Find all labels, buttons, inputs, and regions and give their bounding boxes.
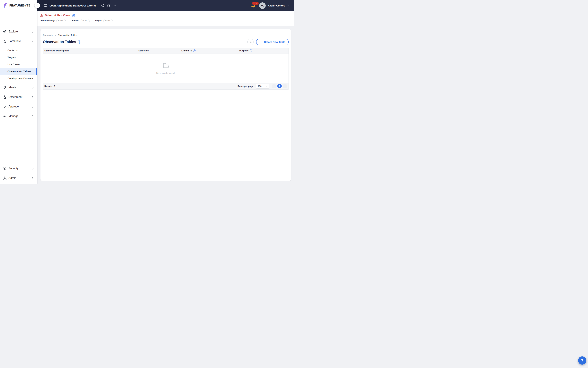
sidebar-item-experiment[interactable]: Experiment: [0, 93, 37, 101]
project-title: Loan Applications Dataset UI tutorial: [50, 4, 96, 7]
app-root: FEATUREBYTE ExploreFormulateContextsTarg…: [0, 0, 294, 184]
content-area: Formulate > Observation Tables Observati…: [37, 26, 294, 184]
sidebar-item-targets[interactable]: Targets: [0, 54, 37, 61]
settings-button[interactable]: [107, 4, 110, 8]
topbar-right: 999+ XC Xavier Conort: [251, 2, 294, 9]
featurebyte-logo: FEATUREBYTE: [0, 0, 37, 11]
sidebar-subitem-label: Contexts: [8, 49, 18, 52]
share-icon: [100, 4, 104, 8]
monitor-icon: [44, 4, 47, 8]
chevron-down-icon: [287, 4, 290, 7]
rows-per-page-value: 100: [258, 85, 266, 87]
sidebar-item-label: Security: [9, 167, 18, 170]
telescope-icon: [3, 30, 7, 34]
chevron-right-icon: [32, 167, 34, 170]
check-icon: [3, 105, 7, 109]
sidebar-sublist-formulate: ContextsTargetsUse CasesObservation Tabl…: [0, 47, 37, 82]
notification-badge: 999+: [252, 2, 259, 5]
sidebar-item-security[interactable]: Security: [0, 165, 37, 172]
search-icon: [249, 41, 252, 43]
folder-open-icon: [161, 62, 170, 70]
avatar[interactable]: XC: [259, 2, 266, 9]
share-button[interactable]: [100, 4, 104, 8]
sidebar-item-label: Manage: [9, 115, 18, 118]
table-footer: Results: 0 Rows per page: 100: [43, 83, 289, 89]
column-header-label: Purpose: [239, 49, 249, 52]
field-label: Target:: [95, 19, 102, 22]
none-badge: NONE: [103, 19, 113, 22]
chevron-right-icon: [32, 105, 34, 108]
sidebar-item-ideate[interactable]: Ideate: [0, 83, 37, 92]
project-section: Loan Applications Dataset UI tutorial: [37, 0, 110, 11]
sidebar-item-admin[interactable]: Admin: [0, 174, 37, 182]
project-menu-button[interactable]: [114, 4, 116, 7]
column-header-linked-to: Linked To?: [180, 48, 238, 53]
sidebar-item-explore[interactable]: Explore: [0, 28, 37, 36]
column-header-name-and-description: Name and Description: [43, 48, 137, 53]
sidebar-subitem-label: Use Cases: [8, 63, 20, 66]
head-gear-icon: [3, 39, 7, 43]
topbar: Loan Applications Dataset UI tutorial: [37, 0, 294, 11]
breadcrumb-current: Observation Tables: [58, 34, 77, 37]
use-case-field-primary-entity: Primary Entity:NONE: [40, 19, 66, 22]
activity-icon: [3, 114, 7, 118]
field-label: Primary Entity:: [40, 19, 55, 22]
sidebar-item-approve[interactable]: Approve: [0, 103, 37, 110]
edit-pencil-icon: [72, 14, 75, 17]
table-header-row: Name and DescriptionStatisticsLinked To?…: [43, 48, 289, 54]
warning-triangle-icon: [40, 14, 43, 17]
chevron-right-icon: [284, 85, 286, 87]
sidebar-item-formulate[interactable]: Formulate: [0, 37, 37, 45]
page-number-button[interactable]: 1: [277, 84, 282, 88]
next-page-button[interactable]: [283, 84, 287, 88]
column-header-statistics: Statistics: [137, 48, 180, 53]
sidebar-item-label: Explore: [9, 30, 18, 33]
gear-icon: [107, 4, 110, 8]
sidebar-item-contexts[interactable]: Contexts: [0, 47, 37, 54]
results-count: Results: 0: [45, 85, 55, 87]
pagination: Rows per page: 100 1: [238, 84, 287, 89]
main-column: Loan Applications Dataset UI tutorial: [37, 0, 294, 184]
use-case-fields: Primary Entity:NONEContext:NONETarget:NO…: [40, 19, 294, 22]
use-case-field-context: Context:NONE: [71, 19, 90, 22]
rows-per-page-select[interactable]: 100: [256, 84, 269, 89]
user-menu-button[interactable]: [287, 4, 290, 7]
sidebar-item-use-cases[interactable]: Use Cases: [0, 61, 37, 68]
help-circle-icon[interactable]: ?: [249, 49, 252, 52]
sidebar-item-label: Ideate: [9, 86, 16, 89]
none-badge: NONE: [56, 19, 66, 22]
help-circle-icon[interactable]: ?: [193, 49, 196, 52]
sidebar-item-observation-tables[interactable]: Observation Tables: [0, 68, 37, 75]
create-new-table-label: Create New Table: [264, 40, 285, 43]
sidebar-item-development-datasets[interactable]: Development Datasets: [0, 75, 37, 82]
page-title-row: Observation Tables ? Create New Table: [43, 39, 289, 45]
chevron-left-icon: [36, 4, 39, 7]
create-new-table-button[interactable]: Create New Table: [256, 39, 289, 45]
user-search-icon: [3, 176, 7, 180]
chevron-down-icon: [114, 4, 116, 7]
brand-wordmark: FEATUREBYTE: [9, 4, 30, 7]
rows-per-page-label: Rows per page:: [238, 85, 254, 87]
chevron-left-icon: [273, 85, 275, 87]
notifications-button[interactable]: 999+: [251, 3, 255, 8]
breadcrumb-parent[interactable]: Formulate: [43, 34, 53, 37]
help-circle-icon[interactable]: ?: [78, 40, 81, 44]
empty-state-text: No records found.: [156, 72, 175, 74]
sidebar-subitem-label: Observation Tables: [8, 70, 31, 73]
chevron-right-icon: [32, 30, 34, 33]
sidebar-nav: ExploreFormulateContextsTargetsUse Cases…: [0, 28, 37, 120]
edit-use-case-button[interactable]: [72, 14, 75, 17]
chevron-right-icon: [32, 96, 34, 98]
previous-page-button[interactable]: [272, 84, 276, 88]
select-spinner-icon: [266, 85, 268, 87]
sidebar-item-label: Approve: [9, 105, 19, 108]
sidebar-subitem-label: Development Datasets: [8, 77, 34, 80]
plus-icon: [260, 41, 262, 43]
sidebar-item-manage[interactable]: Manage: [0, 112, 37, 120]
chevron-right-icon: [32, 86, 34, 89]
field-label: Context:: [71, 19, 79, 22]
search-button[interactable]: [247, 39, 254, 45]
column-header-label: Linked To: [181, 49, 192, 52]
sidebar-collapse-button[interactable]: [35, 3, 40, 8]
column-header-purpose: Purpose?: [238, 48, 289, 53]
